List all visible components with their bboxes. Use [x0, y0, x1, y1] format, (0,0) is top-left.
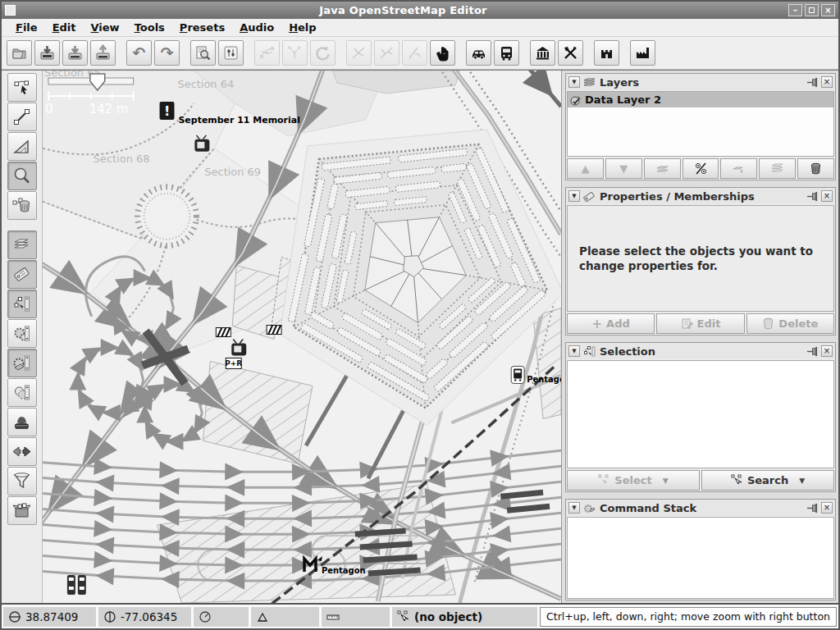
command-stack-title: Command Stack — [600, 502, 806, 514]
unglue-button[interactable] — [346, 40, 372, 66]
conflicts-toggle-button[interactable] — [7, 378, 37, 407]
delete-layer-button[interactable] — [797, 158, 834, 179]
level-crossing-icon[interactable] — [216, 328, 231, 337]
delete-button[interactable]: Delete — [746, 313, 834, 334]
visibility-icon — [695, 162, 707, 175]
add-button[interactable]: +Add — [567, 313, 655, 334]
app-window: Java OpenStreetMap Editor – × File Edit … — [0, 0, 840, 630]
factory-button[interactable] — [630, 40, 655, 66]
collapse-icon[interactable]: ▼ — [568, 190, 580, 202]
relations-toggle-button[interactable] — [7, 319, 37, 348]
save-button[interactable] — [34, 40, 60, 66]
zoom-tool-button[interactable] — [7, 162, 37, 190]
delete-trash-icon — [11, 195, 32, 216]
changeset-box-icon — [11, 500, 32, 521]
pin-icon[interactable] — [806, 77, 819, 88]
longitude-indicator: -77.06345 — [98, 607, 191, 627]
measure-tool-button[interactable] — [7, 132, 37, 161]
preferences-button[interactable] — [218, 40, 244, 66]
close-icon[interactable]: × — [821, 345, 833, 357]
car-button[interactable] — [466, 40, 491, 66]
delete-tool-button[interactable] — [7, 191, 37, 220]
layer-down-button[interactable]: ▼ — [605, 158, 642, 179]
selection-list[interactable] — [567, 360, 834, 468]
merge-layers-icon — [656, 162, 669, 175]
pin-icon[interactable] — [806, 346, 819, 357]
pin-icon[interactable] — [806, 191, 819, 202]
parallel-way-button[interactable] — [402, 40, 427, 66]
map-canvas[interactable]: Section 65 Section 64 Section 68 Section… — [43, 71, 561, 603]
menu-edit[interactable]: Edit — [45, 20, 84, 35]
search-button[interactable]: Search▼ — [701, 470, 834, 491]
menu-tools[interactable]: Tools — [127, 20, 172, 35]
close-icon[interactable]: × — [821, 502, 833, 514]
layer-opacity-button[interactable] — [720, 158, 757, 179]
museum-button[interactable] — [530, 40, 555, 66]
merge-layer-button[interactable] — [644, 158, 681, 179]
close-icon[interactable]: × — [821, 76, 833, 88]
maximize-button[interactable] — [805, 4, 819, 16]
open-file-button[interactable] — [7, 40, 32, 66]
history-icon — [11, 412, 32, 432]
bus-button[interactable] — [494, 40, 519, 66]
command-stack-header: ▼ Command Stack × — [566, 500, 835, 516]
duplicate-layer-button[interactable] — [759, 158, 796, 179]
merge-toggle-button[interactable] — [7, 437, 37, 466]
collapse-icon[interactable]: ▼ — [568, 502, 580, 514]
minimize-button[interactable]: – — [788, 4, 802, 16]
close-icon[interactable]: × — [821, 190, 833, 202]
select-button[interactable]: Select▼ — [567, 470, 700, 491]
pan-button[interactable] — [430, 40, 455, 66]
latitude-indicator: 38.87409 — [3, 607, 96, 627]
extrude-button[interactable] — [374, 40, 399, 66]
merge-nodes-button[interactable] — [254, 40, 280, 66]
upload-button[interactable] — [90, 40, 116, 66]
layer-visibility-button[interactable] — [682, 158, 719, 179]
selection-toggle-button[interactable] — [7, 290, 37, 318]
split-way-button[interactable] — [282, 40, 308, 66]
command-stack-list[interactable] — [567, 517, 834, 599]
window-title: Java OpenStreetMap Editor — [21, 4, 786, 16]
layers-list[interactable]: Data Layer 2 — [567, 91, 834, 157]
park-and-ride-poi[interactable]: P+R — [225, 358, 242, 368]
download-button[interactable] — [62, 40, 88, 66]
history-toggle-button[interactable] — [7, 408, 37, 436]
exclamation-icon: ! — [164, 103, 170, 119]
properties-toggle-button[interactable] — [7, 260, 37, 289]
menu-presets[interactable]: Presets — [172, 20, 232, 35]
filter-toggle-button[interactable] — [7, 467, 37, 495]
menu-file[interactable]: File — [8, 20, 45, 35]
unglue-icon — [350, 44, 368, 62]
menu-view[interactable]: View — [84, 20, 127, 35]
command-stack-toggle-button[interactable] — [7, 349, 37, 377]
collapse-icon[interactable]: ▼ — [568, 76, 580, 88]
refresh-button[interactable] — [310, 40, 336, 66]
download-icon — [66, 44, 84, 62]
select-tool-button[interactable] — [7, 73, 37, 102]
castle-button[interactable] — [594, 40, 619, 66]
restaurant-button[interactable] — [558, 40, 583, 66]
properties-message: Please select the objects you want to ch… — [568, 206, 833, 273]
menu-help[interactable]: Help — [281, 20, 323, 35]
map-view[interactable]: Section 65 Section 64 Section 68 Section… — [43, 71, 561, 603]
properties-panel-header: ▼ Properties / Memberships × — [566, 188, 835, 204]
download-along-button[interactable] — [190, 40, 216, 66]
museum-icon — [534, 44, 551, 62]
draw-tool-button[interactable] — [7, 103, 37, 131]
memorial-label: September 11 Memorial — [178, 115, 299, 126]
changeset-toggle-button[interactable] — [7, 496, 37, 525]
collapse-icon[interactable]: ▼ — [568, 345, 580, 357]
pin-icon[interactable] — [806, 503, 819, 514]
set-square-icon — [11, 136, 32, 157]
layer-row[interactable]: Data Layer 2 — [568, 92, 833, 107]
layer-up-button[interactable]: ▲ — [567, 158, 604, 179]
menu-audio[interactable]: Audio — [232, 20, 281, 35]
layers-toggle-button[interactable] — [7, 231, 37, 259]
level-crossing-icon[interactable] — [267, 326, 281, 335]
active-layer-edit-icon — [570, 94, 582, 106]
close-button[interactable]: × — [821, 4, 835, 16]
redo-button[interactable]: ↷ — [154, 40, 180, 66]
edit-button[interactable]: Edit — [656, 313, 744, 334]
selection-list-icon — [11, 294, 32, 314]
undo-button[interactable]: ↶ — [126, 40, 152, 66]
